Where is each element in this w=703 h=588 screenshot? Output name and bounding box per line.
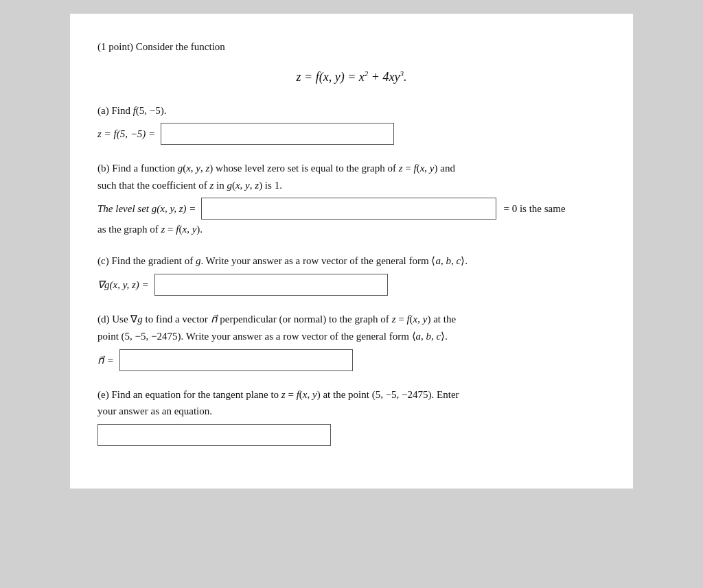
section-d-label: (d) Use ∇g to find a vector n⃗ perpendic… (97, 311, 606, 345)
section-e: (e) Find an equation for the tangent pla… (97, 386, 606, 447)
section-b-input-row: The level set g(x, y, z) = = 0 is the sa… (97, 198, 606, 220)
main-function-display: z = f(x, y) = x2 + 4xy3. (97, 67, 606, 87)
section-a-input[interactable] (161, 123, 394, 145)
section-b-input[interactable] (201, 198, 496, 220)
section-c-prefix: ∇g(x, y, z) = (97, 277, 149, 293)
section-a: (a) Find f(5, −5). z = f(5, −5) = (97, 102, 606, 145)
main-card: (1 point) Consider the function z = f(x,… (70, 14, 633, 489)
section-c: (c) Find the gradient of g. Write your a… (97, 252, 606, 296)
section-c-input[interactable] (154, 274, 388, 296)
main-function-text: z = f(x, y) = x2 + 4xy3. (297, 70, 407, 84)
section-c-label: (c) Find the gradient of g. Write your a… (97, 252, 606, 270)
section-d: (d) Use ∇g to find a vector n⃗ perpendic… (97, 311, 606, 371)
section-a-input-row: z = f(5, −5) = (97, 123, 606, 145)
section-c-input-row: ∇g(x, y, z) = (97, 274, 606, 296)
section-d-prefix: n⃗ = (97, 352, 114, 368)
section-b-label: (b) Find a function g(x, y, z) whose lev… (97, 160, 606, 194)
section-d-input[interactable] (119, 349, 353, 371)
section-e-input[interactable] (97, 424, 331, 446)
section-b-suffix: = 0 is the same (503, 200, 565, 217)
section-a-label: (a) Find f(5, −5). (97, 102, 606, 119)
section-b: (b) Find a function g(x, y, z) whose lev… (97, 160, 606, 238)
section-e-label: (e) Find an equation for the tangent pla… (97, 386, 606, 421)
problem-header: (1 point) Consider the function (97, 38, 606, 55)
section-b-prefix: The level set g(x, y, z) = (97, 200, 196, 217)
header-text: (1 point) Consider the function (97, 41, 225, 52)
section-d-input-row: n⃗ = (97, 349, 606, 371)
section-a-prefix: z = f(5, −5) = (97, 126, 155, 142)
section-b-continuation: as the graph of z = f(x, y). (97, 221, 606, 237)
